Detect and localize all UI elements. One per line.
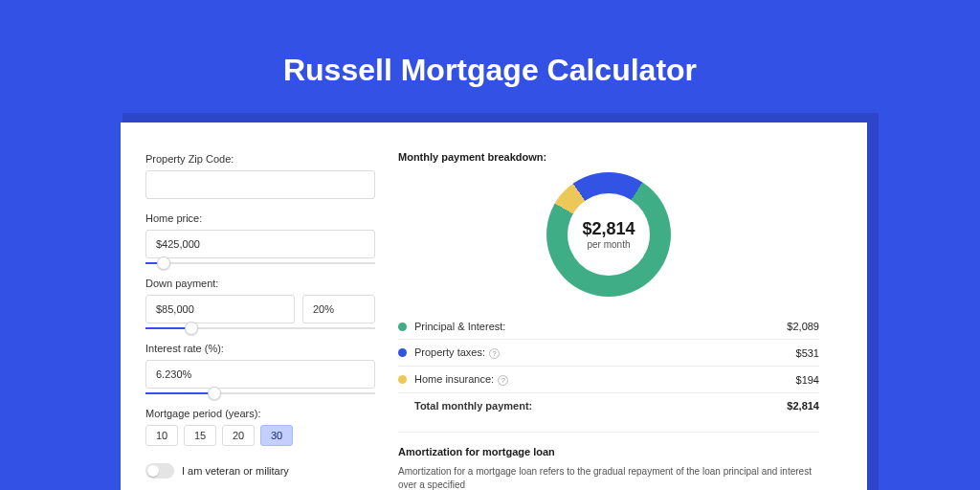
form-column: Property Zip Code: Home price: Down paym… [121, 122, 389, 479]
legend-label-principal: Principal & Interest: [414, 321, 787, 332]
interest-rate-row: Interest rate (%): [145, 343, 389, 394]
interest-rate-input[interactable] [145, 360, 375, 389]
period-option-20[interactable]: 20 [222, 425, 255, 446]
interest-rate-slider[interactable] [145, 392, 375, 394]
veteran-toggle[interactable] [145, 463, 174, 479]
legend-dot-total-spacer [398, 402, 407, 411]
veteran-label: I am veteran or military [182, 465, 289, 477]
legend-value-principal: $2,089 [787, 321, 819, 332]
info-icon[interactable]: ? [498, 375, 508, 386]
donut-center-amount: $2,814 [582, 219, 635, 239]
info-icon[interactable]: ? [489, 348, 500, 359]
period-option-15[interactable]: 15 [184, 425, 216, 446]
legend-dot-taxes [398, 348, 407, 357]
interest-rate-label: Interest rate (%): [145, 343, 389, 354]
breakdown-title: Monthly payment breakdown: [398, 151, 819, 163]
mortgage-period-label: Mortgage period (years): [145, 408, 389, 419]
legend: Principal & Interest: $2,089 Property ta… [398, 314, 819, 418]
amortization-text: Amortization for a mortgage loan refers … [398, 465, 819, 490]
veteran-row: I am veteran or military [145, 463, 389, 479]
zip-row: Property Zip Code: [145, 153, 389, 199]
calculator-card: Property Zip Code: Home price: Down paym… [121, 122, 867, 490]
legend-label-total: Total monthly payment: [414, 400, 787, 412]
legend-dot-insurance [398, 375, 407, 384]
legend-dot-principal [398, 323, 407, 331]
home-price-slider-thumb[interactable] [157, 256, 170, 270]
interest-rate-slider-thumb[interactable] [208, 387, 221, 400]
down-payment-percent-input[interactable] [302, 295, 375, 323]
down-payment-label: Down payment: [145, 278, 389, 289]
veteran-toggle-knob [147, 465, 159, 477]
amortization-section: Amortization for mortgage loan Amortizat… [398, 432, 819, 490]
legend-value-insurance: $194 [796, 374, 819, 386]
legend-row-insurance: Home insurance:? $194 [398, 367, 819, 393]
legend-label-taxes: Property taxes:? [414, 346, 796, 359]
legend-label-insurance: Home insurance:? [414, 373, 796, 386]
legend-value-taxes: $531 [796, 347, 819, 359]
period-option-30[interactable]: 30 [260, 425, 293, 446]
legend-row-total: Total monthly payment: $2,814 [398, 393, 819, 418]
home-price-label: Home price: [145, 212, 389, 224]
zip-input[interactable] [145, 170, 375, 199]
breakdown-column: Monthly payment breakdown: $2,814 per mo… [398, 122, 842, 490]
donut-center: $2,814 per month [568, 193, 650, 276]
legend-row-taxes: Property taxes:? $531 [398, 340, 819, 367]
home-price-slider[interactable] [145, 262, 375, 264]
period-option-10[interactable]: 10 [145, 425, 178, 446]
legend-value-total: $2,814 [787, 400, 819, 412]
zip-label: Property Zip Code: [145, 153, 389, 165]
donut-chart-wrap: $2,814 per month [398, 172, 819, 297]
down-payment-slider[interactable] [145, 327, 375, 329]
down-payment-slider-thumb[interactable] [185, 322, 198, 335]
home-price-row: Home price: [145, 212, 389, 264]
down-payment-amount-input[interactable] [145, 295, 295, 323]
legend-row-principal: Principal & Interest: $2,089 [398, 314, 819, 340]
down-payment-row: Down payment: [145, 278, 389, 329]
page-title: Russell Mortgage Calculator [0, 0, 980, 88]
amortization-title: Amortization for mortgage loan [398, 446, 819, 457]
home-price-input[interactable] [145, 230, 375, 258]
page-background: Russell Mortgage Calculator Property Zip… [0, 0, 980, 490]
mortgage-period-row: Mortgage period (years): 10 15 20 30 [145, 408, 389, 446]
donut-center-sub: per month [587, 239, 630, 250]
donut-chart: $2,814 per month [546, 172, 671, 297]
